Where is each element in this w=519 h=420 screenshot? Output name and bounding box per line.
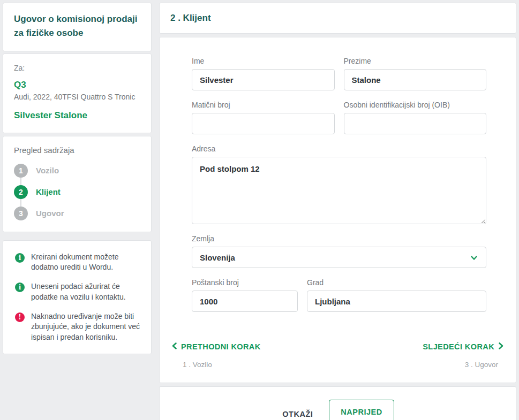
field-label-maticni-broj: Matični broj xyxy=(192,101,335,109)
hint-text: Kreirani dokument možete dodatno urediti… xyxy=(31,252,141,273)
forward-button[interactable]: NAPRIJED xyxy=(329,400,394,420)
step-list: 1 Vozilo 2 Klijent 3 Ugovor xyxy=(14,160,140,224)
field-zemlja: Zemlja Slovenija xyxy=(192,234,486,268)
hint-item: ! Naknadno uređivanje može biti zbunjuju… xyxy=(15,311,141,342)
hint-text: Naknadno uređivanje može biti zbunjujuće… xyxy=(31,311,141,342)
step-navigation: PRETHODNI KORAK 1 . Vozilo SLJEDEĆI KORA… xyxy=(160,342,516,369)
vehicle-details: Audi, 2022, 40TFSI Quattro S Tronic xyxy=(14,93,140,101)
previous-step-link[interactable]: PRETHODNI KORAK xyxy=(171,342,261,351)
maticni-broj-input[interactable] xyxy=(192,113,335,134)
hints-card: i Kreirani dokument možete dodatno uredi… xyxy=(3,240,152,354)
field-ime: Ime xyxy=(192,57,335,90)
postanski-broj-input[interactable] xyxy=(192,291,298,312)
field-label-adresa: Adresa xyxy=(192,144,486,153)
previous-step-block: PRETHODNI KORAK 1 . Vozilo xyxy=(171,342,261,369)
step-header-card: 2 . Klijent xyxy=(159,3,516,34)
sidebar: Ugovor o komisionoj prodaji za fizičke o… xyxy=(3,3,152,354)
cancel-button[interactable]: OTKAŽI xyxy=(281,402,314,420)
client-name: Silvester Stalone xyxy=(14,110,140,121)
zemlja-selected-value: Slovenija xyxy=(200,253,235,262)
vehicle-model: Q3 xyxy=(14,80,140,90)
field-postanski-broj: Poštanski broj xyxy=(192,278,298,312)
chevron-down-icon xyxy=(470,254,478,264)
step-item-ugovor[interactable]: 3 Ugovor xyxy=(14,203,140,224)
field-maticni-broj: Matični broj xyxy=(192,101,335,134)
step-item-vozilo[interactable]: 1 Vozilo xyxy=(14,160,140,181)
info-icon: i xyxy=(15,282,25,292)
context-label: Za: xyxy=(14,64,140,72)
zemlja-select[interactable]: Slovenija xyxy=(192,247,486,268)
step-item-klijent[interactable]: 2 Klijent xyxy=(14,181,140,203)
chevron-right-icon xyxy=(498,342,504,351)
alert-icon: ! xyxy=(15,312,25,322)
field-grad: Grad xyxy=(307,278,486,312)
page-title: 2 . Klijent xyxy=(170,13,505,24)
previous-step-label: PRETHODNI KORAK xyxy=(181,342,261,351)
field-label-postanski-broj: Poštanski broj xyxy=(192,278,298,287)
main-panel: 2 . Klijent Ime Prezime Matični broj xyxy=(159,3,516,417)
field-prezime: Prezime xyxy=(344,57,487,90)
field-label-grad: Grad xyxy=(307,278,486,287)
page: Ugovor o komisionoj prodaji za fizičke o… xyxy=(0,0,519,420)
step-number-badge: 1 xyxy=(14,164,28,178)
step-label: Vozilo xyxy=(36,166,59,175)
field-label-zemlja: Zemlja xyxy=(192,234,486,243)
ime-input[interactable] xyxy=(192,69,335,90)
step-number-badge: 2 xyxy=(14,185,28,199)
field-oib: Osobni identifikacijski broj (OIB) xyxy=(344,101,487,134)
field-label-prezime: Prezime xyxy=(344,57,487,65)
action-bar: OTKAŽI NAPRIJED xyxy=(159,386,516,420)
hint-text: Uneseni podaci ažurirat će podatke na vo… xyxy=(31,281,141,302)
oib-input[interactable] xyxy=(344,113,487,134)
hint-item: i Kreirani dokument možete dodatno uredi… xyxy=(15,252,141,273)
field-label-ime: Ime xyxy=(192,57,335,65)
previous-step-sublabel: 1 . Vozilo xyxy=(171,361,261,369)
step-number-badge: 3 xyxy=(14,207,28,220)
field-label-oib: Osobni identifikacijski broj (OIB) xyxy=(344,101,487,109)
hint-item: i Uneseni podaci ažurirat će podatke na … xyxy=(15,281,141,302)
next-step-label: SLJEDEĆI KORAK xyxy=(423,342,494,351)
next-step-sublabel: 3 . Ugovor xyxy=(423,361,504,369)
next-step-link[interactable]: SLJEDEĆI KORAK xyxy=(423,342,504,351)
next-step-block: SLJEDEĆI KORAK 3 . Ugovor xyxy=(423,342,504,369)
chevron-left-icon xyxy=(171,342,177,351)
adresa-textarea[interactable]: Pod stolpom 12 xyxy=(192,157,486,224)
prezime-input[interactable] xyxy=(344,69,487,90)
sidebar-title-card: Ugovor o komisionoj prodaji za fizičke o… xyxy=(3,3,152,51)
client-form: Ime Prezime Matični broj Osobni identifi… xyxy=(160,57,516,312)
step-label: Klijent xyxy=(36,187,61,196)
sidebar-context-card: Za: Q3 Audi, 2022, 40TFSI Quattro S Tron… xyxy=(3,54,152,133)
form-card: Ime Prezime Matični broj Osobni identifi… xyxy=(159,37,516,383)
grad-input[interactable] xyxy=(307,291,486,312)
field-adresa: Adresa Pod stolpom 12 xyxy=(192,144,486,224)
table-of-contents-card: Pregled sadržaja 1 Vozilo 2 Klijent 3 Ug… xyxy=(3,136,152,232)
step-label: Ugovor xyxy=(36,209,64,218)
info-icon: i xyxy=(15,253,25,263)
document-title: Ugovor o komisionoj prodaji za fizičke o… xyxy=(14,12,140,41)
toc-title: Pregled sadržaja xyxy=(14,146,140,155)
